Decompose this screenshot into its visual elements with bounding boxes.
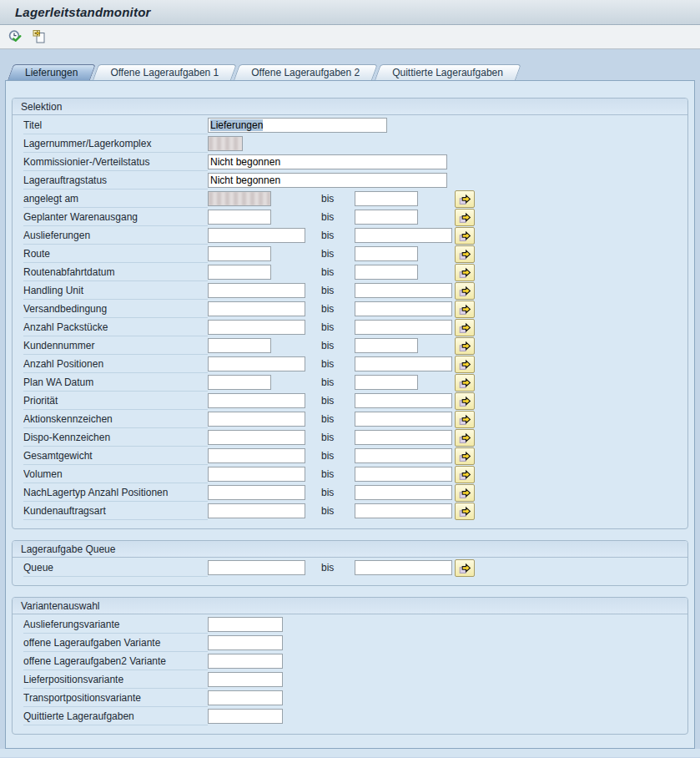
multiple-selection-button[interactable] bbox=[455, 209, 475, 226]
to-input[interactable] bbox=[355, 485, 452, 500]
section-title: Lageraufgabe Queue bbox=[21, 543, 115, 555]
execute-button[interactable] bbox=[6, 28, 24, 46]
multiple-selection-button[interactable] bbox=[455, 356, 475, 373]
form-row: offene Lageraufgaben2 Variante bbox=[13, 653, 687, 671]
input-offene-lageraufgaben2-variante[interactable] bbox=[208, 654, 283, 669]
form-row: Volumen bis bbox=[13, 466, 687, 484]
input-handling-unit[interactable] bbox=[208, 283, 305, 298]
multiple-selection-button[interactable] bbox=[455, 227, 475, 245]
input-dispo-kennzeichen[interactable] bbox=[208, 430, 305, 445]
input-plan-wa-datum[interactable] bbox=[208, 375, 271, 390]
multiple-selection-button[interactable] bbox=[455, 447, 475, 465]
tab-offene-lageraufgaben-1[interactable]: Offene Lageraufgaben 1 bbox=[93, 64, 231, 80]
input-auslieferungsvariante[interactable] bbox=[208, 617, 283, 632]
bis-label: bis bbox=[321, 227, 334, 244]
tab-lieferungen[interactable]: Lieferungen bbox=[8, 64, 90, 80]
to-input[interactable] bbox=[355, 338, 418, 353]
input-lieferpositionsvariante[interactable] bbox=[208, 672, 283, 687]
input-auslieferungen[interactable] bbox=[208, 228, 305, 243]
section-selektion: Selektion Titel Lieferungen Lagernummer/… bbox=[12, 98, 688, 529]
input-offene-lageraufgaben-variante[interactable] bbox=[208, 635, 283, 650]
tab-quittierte-lageraufgaben[interactable]: Quittierte Lageraufgaben bbox=[375, 64, 516, 80]
get-variant-button[interactable] bbox=[30, 28, 48, 46]
input-kundennummer[interactable] bbox=[208, 338, 271, 353]
multiple-selection-button[interactable] bbox=[455, 301, 475, 318]
input-priorit-t[interactable] bbox=[208, 393, 305, 408]
to-input[interactable] bbox=[355, 503, 452, 518]
to-input[interactable] bbox=[355, 265, 418, 280]
input-aktionskennzeichen[interactable] bbox=[208, 412, 305, 427]
field-label: Transportpositionsvariante bbox=[23, 690, 208, 707]
multiple-selection-button[interactable] bbox=[455, 559, 475, 577]
form-row: Gesamtgewicht bis bbox=[13, 447, 687, 466]
multiple-selection-button[interactable] bbox=[455, 392, 475, 410]
section-header: Variantenauswahl bbox=[13, 598, 687, 614]
form-row: Anzahl Packstücke bis bbox=[13, 319, 687, 337]
multiple-selection-icon bbox=[459, 266, 471, 279]
multiple-selection-button[interactable] bbox=[455, 245, 475, 263]
to-input[interactable] bbox=[355, 375, 418, 390]
input-versandbedingung[interactable] bbox=[208, 301, 305, 316]
to-input[interactable] bbox=[355, 430, 452, 445]
input-angelegt-am[interactable] bbox=[208, 191, 271, 206]
multiple-selection-button[interactable] bbox=[455, 466, 475, 483]
to-input[interactable] bbox=[355, 246, 418, 261]
to-input[interactable] bbox=[355, 228, 452, 243]
input-anzahl-positionen[interactable] bbox=[208, 356, 305, 371]
to-input[interactable] bbox=[355, 448, 452, 463]
to-input[interactable] bbox=[355, 393, 452, 408]
field-label: Auslieferungsvariante bbox=[23, 616, 208, 634]
input-routenabfahrtdatum[interactable] bbox=[208, 265, 271, 280]
field-label: angelegt am bbox=[23, 190, 208, 208]
to-input[interactable] bbox=[355, 412, 452, 427]
field-label: Lagernummer/Lagerkomplex bbox=[23, 135, 208, 153]
to-input[interactable] bbox=[355, 301, 452, 316]
section-lageraufgabe-queue: Lageraufgabe Queue Queue bis bbox=[12, 540, 688, 586]
to-input[interactable] bbox=[355, 283, 452, 298]
sap-window: { "window": { "title": "Lagerleitstandmo… bbox=[0, 0, 700, 758]
multiple-selection-button[interactable] bbox=[455, 282, 475, 300]
to-input[interactable] bbox=[355, 320, 452, 335]
bis-label: bis bbox=[321, 209, 334, 225]
section-variantenauswahl: Variantenauswahl Auslieferungsvariante o… bbox=[12, 597, 688, 735]
bis-label: bis bbox=[321, 392, 334, 409]
input-route[interactable] bbox=[208, 246, 271, 261]
multiple-selection-button[interactable] bbox=[455, 319, 475, 336]
multiple-selection-button[interactable] bbox=[455, 264, 475, 281]
multiple-selection-button[interactable] bbox=[455, 337, 475, 355]
input-lagerauftragstatus[interactable]: Nicht begonnen bbox=[208, 173, 447, 188]
multiple-selection-button[interactable] bbox=[455, 429, 475, 447]
input-queue[interactable] bbox=[208, 560, 305, 575]
page-title: Lagerleitstandmonitor bbox=[15, 5, 151, 19]
form-row: Lieferpositionsvariante bbox=[13, 671, 687, 690]
to-input[interactable] bbox=[355, 356, 452, 371]
form-row: Plan WA Datum bis bbox=[13, 374, 687, 392]
multiple-selection-icon bbox=[459, 248, 471, 260]
multiple-selection-button[interactable] bbox=[455, 190, 475, 208]
multiple-selection-icon bbox=[459, 340, 471, 352]
input-volumen[interactable] bbox=[208, 467, 305, 482]
input-nachlagertyp-anzahl-positionen[interactable] bbox=[208, 485, 305, 500]
tab-offene-lageraufgaben-2[interactable]: Offene Lageraufgaben 2 bbox=[234, 64, 372, 80]
input-titel[interactable]: Lieferungen bbox=[208, 118, 387, 133]
bis-label: bis bbox=[321, 301, 334, 317]
multiple-selection-button[interactable] bbox=[455, 484, 475, 502]
input-kommissionier-verteilstatus[interactable]: Nicht begonnen bbox=[208, 154, 447, 169]
input-kundenauftragsart[interactable] bbox=[208, 503, 305, 518]
multiple-selection-icon bbox=[459, 376, 471, 389]
field-label: Kundenauftragsart bbox=[23, 503, 208, 520]
to-input[interactable] bbox=[355, 210, 418, 225]
input-geplanter-warenausgang[interactable] bbox=[208, 210, 271, 225]
input-quittierte-lageraufgaben[interactable] bbox=[208, 709, 283, 724]
tab-content-panel: Selektion Titel Lieferungen Lagernummer/… bbox=[5, 80, 695, 749]
to-input[interactable] bbox=[355, 560, 452, 575]
multiple-selection-button[interactable] bbox=[455, 374, 475, 392]
input-anzahl-packst-cke[interactable] bbox=[208, 320, 305, 335]
input-transportpositionsvariante[interactable] bbox=[208, 690, 283, 705]
multiple-selection-button[interactable] bbox=[455, 411, 475, 428]
multiple-selection-button[interactable] bbox=[455, 503, 475, 520]
to-input[interactable] bbox=[355, 467, 452, 482]
input-lagernummer-lagerkomplex[interactable] bbox=[208, 136, 243, 151]
input-gesamtgewicht[interactable] bbox=[208, 448, 305, 463]
to-input[interactable] bbox=[355, 191, 418, 206]
